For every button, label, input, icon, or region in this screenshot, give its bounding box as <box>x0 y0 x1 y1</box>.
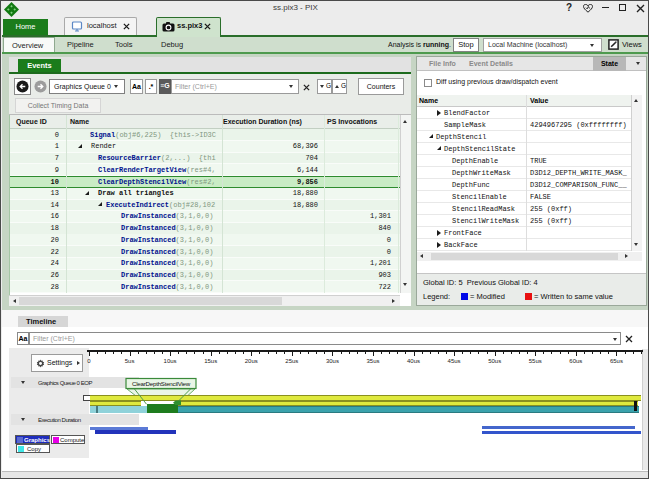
svg-text:ClearDepthStencilView: ClearDepthStencilView <box>132 380 191 387</box>
